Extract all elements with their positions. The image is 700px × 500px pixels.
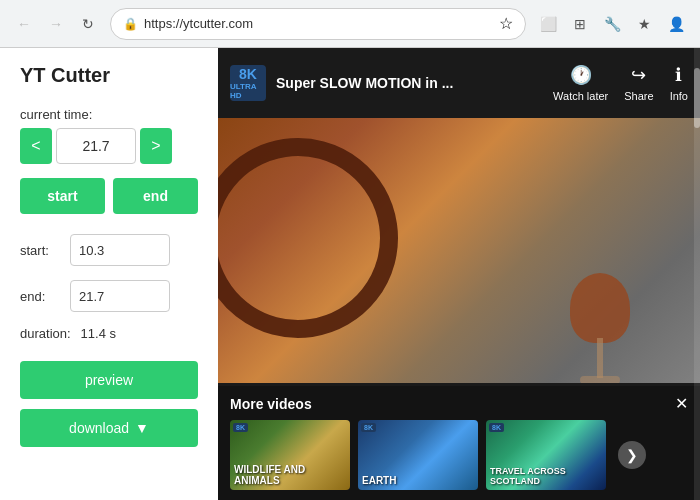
preview-button[interactable]: preview — [20, 361, 198, 399]
watch-later-label: Watch later — [553, 90, 608, 102]
close-more-videos-button[interactable]: ✕ — [675, 396, 688, 412]
more-videos-header: More videos ✕ — [230, 396, 688, 412]
earth-label: EARTH — [362, 475, 396, 486]
current-time-label: current time: — [20, 107, 198, 122]
info-label: Info — [670, 90, 688, 102]
browser-chrome: ← → ↻ 🔒 https://ytcutter.com ☆ ⬜ ⊞ 🔧 ★ 👤 — [0, 0, 700, 48]
refresh-button[interactable]: ↻ — [74, 10, 102, 38]
start-end-buttons: start end — [20, 178, 198, 214]
cast-icon[interactable]: ⬜ — [534, 10, 562, 38]
video-thumbnail — [218, 118, 700, 383]
video-quality-badge: 8K ULTRA HD — [230, 65, 266, 101]
start-label: start: — [20, 243, 60, 258]
download-arrow-icon: ▼ — [135, 420, 149, 436]
start-input[interactable] — [70, 234, 170, 266]
more-videos-panel: More videos ✕ 8K WILDLIFE ANDANIMALS 8K … — [218, 386, 700, 500]
video-title: Super SLOW MOTION in ... — [276, 75, 543, 91]
nav-buttons: ← → ↻ — [10, 10, 102, 38]
address-bar[interactable]: 🔒 https://ytcutter.com ☆ — [110, 8, 526, 40]
set-start-button[interactable]: start — [20, 178, 105, 214]
end-field-row: end: — [20, 280, 198, 312]
download-button[interactable]: download ▼ — [20, 409, 198, 447]
info-action[interactable]: ℹ Info — [670, 64, 688, 102]
scotland-badge: 8K — [489, 423, 504, 432]
watch-later-icon: 🕐 — [570, 64, 592, 86]
share-label: Share — [624, 90, 653, 102]
thumbnail-scotland[interactable]: 8K TRAVEL ACROSSSCOTLAND — [486, 420, 606, 490]
watch-later-action[interactable]: 🕐 Watch later — [553, 64, 608, 102]
extensions-icon[interactable]: 🔧 — [598, 10, 626, 38]
share-action[interactable]: ↪ Share — [624, 64, 653, 102]
next-videos-button[interactable]: ❯ — [618, 441, 646, 469]
wildlife-badge: 8K — [233, 423, 248, 432]
end-input[interactable] — [70, 280, 170, 312]
duration-row: duration: 11.4 s — [20, 326, 198, 341]
sidebar: YT Cutter current time: < > start end st… — [0, 48, 218, 500]
scrollbar[interactable] — [694, 48, 700, 500]
forward-button[interactable]: → — [42, 10, 70, 38]
scotland-label: TRAVEL ACROSSSCOTLAND — [490, 466, 566, 486]
video-actions: 🕐 Watch later ↪ Share ℹ Info — [553, 64, 688, 102]
start-field-row: start: — [20, 234, 198, 266]
browser-toolbar: ⬜ ⊞ 🔧 ★ 👤 — [534, 10, 690, 38]
earth-badge: 8K — [361, 423, 376, 432]
back-button[interactable]: ← — [10, 10, 38, 38]
time-increase-button[interactable]: > — [140, 128, 172, 164]
thumbnail-wildlife[interactable]: 8K WILDLIFE ANDANIMALS — [230, 420, 350, 490]
end-label: end: — [20, 289, 60, 304]
info-icon: ℹ — [675, 64, 682, 86]
profile-icon[interactable]: 👤 — [662, 10, 690, 38]
scrollbar-thumb[interactable] — [694, 68, 700, 128]
tab-search-icon[interactable]: ⊞ — [566, 10, 594, 38]
video-header: 8K ULTRA HD Super SLOW MOTION in ... 🕐 W… — [218, 48, 700, 118]
main-content: YT Cutter current time: < > start end st… — [0, 48, 700, 500]
download-label: download — [69, 420, 129, 436]
more-videos-title: More videos — [230, 396, 312, 412]
wildlife-label: WILDLIFE ANDANIMALS — [234, 464, 305, 486]
lock-icon: 🔒 — [123, 17, 138, 31]
time-input[interactable] — [56, 128, 136, 164]
thumbnail-earth[interactable]: 8K EARTH — [358, 420, 478, 490]
bookmark-icon[interactable]: ★ — [630, 10, 658, 38]
app-title: YT Cutter — [20, 64, 198, 87]
video-area: 8K ULTRA HD Super SLOW MOTION in ... 🕐 W… — [218, 48, 700, 500]
badge-ultra-hd-label: ULTRA HD — [230, 82, 266, 100]
duration-label: duration: — [20, 326, 71, 341]
video-thumbnails-list: 8K WILDLIFE ANDANIMALS 8K EARTH 8K TRAVE… — [230, 420, 688, 490]
time-control: < > — [20, 128, 198, 164]
duration-value: 11.4 s — [81, 326, 116, 341]
curved-object — [218, 118, 435, 375]
badge-8k-label: 8K — [239, 66, 257, 82]
set-end-button[interactable]: end — [113, 178, 198, 214]
time-decrease-button[interactable]: < — [20, 128, 52, 164]
star-icon[interactable]: ☆ — [499, 14, 513, 33]
url-text: https://ytcutter.com — [144, 16, 493, 31]
wine-glass — [560, 273, 640, 383]
share-icon: ↪ — [631, 64, 646, 86]
